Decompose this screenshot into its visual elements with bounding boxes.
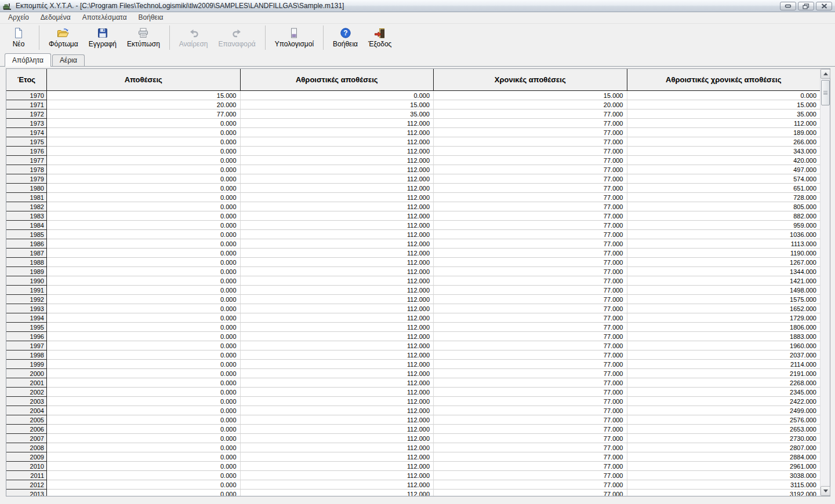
row-value-cell[interactable]: 2422.000 xyxy=(627,397,821,406)
row-value-cell[interactable]: 77.000 xyxy=(434,425,627,434)
row-value-cell[interactable]: 112.000 xyxy=(241,360,434,369)
row-value-cell[interactable]: 112.000 xyxy=(241,313,434,323)
row-value-cell[interactable]: 77.000 xyxy=(434,276,627,286)
row-value-cell[interactable]: 77.000 xyxy=(434,313,627,323)
row-value-cell[interactable]: 77.000 xyxy=(434,490,627,496)
row-value-cell[interactable]: 77.000 xyxy=(434,258,627,267)
row-value-cell[interactable]: 266.000 xyxy=(627,137,821,147)
row-value-cell[interactable]: 0.000 xyxy=(47,267,241,276)
row-value-cell[interactable]: 728.000 xyxy=(627,193,821,202)
row-value-cell[interactable]: 112.000 xyxy=(241,295,434,304)
row-value-cell[interactable]: 0.000 xyxy=(47,211,241,221)
row-value-cell[interactable]: 35.000 xyxy=(241,109,434,119)
row-value-cell[interactable]: 77.000 xyxy=(434,286,627,295)
row-value-cell[interactable]: 77.000 xyxy=(434,452,627,462)
row-value-cell[interactable]: 77.000 xyxy=(434,323,627,332)
row-value-cell[interactable]: 112.000 xyxy=(241,406,434,415)
row-value-cell[interactable]: 112.000 xyxy=(241,378,434,388)
row-value-cell[interactable]: 1575.000 xyxy=(627,295,821,304)
row-value-cell[interactable]: 2191.000 xyxy=(627,369,821,378)
row-value-cell[interactable]: 0.000 xyxy=(627,91,821,100)
row-value-cell[interactable]: 20.000 xyxy=(434,100,627,109)
save-button[interactable]: Εγγραφή xyxy=(84,25,122,51)
row-value-cell[interactable]: 0.000 xyxy=(47,221,241,230)
row-value-cell[interactable]: 2114.000 xyxy=(627,360,821,369)
row-value-cell[interactable]: 1883.000 xyxy=(627,332,821,341)
row-value-cell[interactable]: 77.000 xyxy=(47,109,241,119)
row-value-cell[interactable]: 2576.000 xyxy=(627,415,821,425)
row-value-cell[interactable]: 77.000 xyxy=(434,109,627,119)
row-value-cell[interactable]: 2499.000 xyxy=(627,406,821,415)
row-value-cell[interactable]: 112.000 xyxy=(241,415,434,425)
row-value-cell[interactable]: 0.000 xyxy=(47,276,241,286)
row-value-cell[interactable]: 0.000 xyxy=(47,313,241,323)
row-value-cell[interactable]: 0.000 xyxy=(47,462,241,471)
vertical-scrollbar[interactable] xyxy=(820,69,830,496)
row-value-cell[interactable]: 112.000 xyxy=(241,425,434,434)
row-value-cell[interactable]: 77.000 xyxy=(434,211,627,221)
row-value-cell[interactable]: 0.000 xyxy=(47,174,241,184)
row-value-cell[interactable]: 112.000 xyxy=(241,369,434,378)
row-value-cell[interactable]: 0.000 xyxy=(47,295,241,304)
row-value-cell[interactable]: 112.000 xyxy=(241,230,434,239)
row-value-cell[interactable]: 112.000 xyxy=(241,490,434,496)
row-value-cell[interactable]: 2730.000 xyxy=(627,434,821,443)
row-value-cell[interactable]: 77.000 xyxy=(434,267,627,276)
row-value-cell[interactable]: 112.000 xyxy=(241,452,434,462)
row-value-cell[interactable]: 77.000 xyxy=(434,406,627,415)
row-value-cell[interactable]: 112.000 xyxy=(241,276,434,286)
row-value-cell[interactable]: 0.000 xyxy=(47,165,241,174)
row-value-cell[interactable]: 77.000 xyxy=(434,295,627,304)
exit-button[interactable]: Έξοδος xyxy=(363,25,397,51)
row-value-cell[interactable]: 112.000 xyxy=(241,258,434,267)
row-value-cell[interactable]: 882.000 xyxy=(627,211,821,221)
row-value-cell[interactable]: 2884.000 xyxy=(627,452,821,462)
row-value-cell[interactable]: 77.000 xyxy=(434,378,627,388)
row-value-cell[interactable]: 77.000 xyxy=(434,332,627,341)
row-value-cell[interactable]: 1113.000 xyxy=(627,239,821,249)
row-value-cell[interactable]: 0.000 xyxy=(47,304,241,313)
row-value-cell[interactable]: 0.000 xyxy=(47,202,241,211)
close-button[interactable] xyxy=(816,2,832,10)
calculations-button[interactable]: Υπολογισμοί xyxy=(270,25,319,51)
row-value-cell[interactable]: 77.000 xyxy=(434,147,627,156)
row-value-cell[interactable]: 112.000 xyxy=(241,137,434,147)
row-value-cell[interactable]: 77.000 xyxy=(434,165,627,174)
tab-gases[interactable]: Αέρια xyxy=(52,54,85,66)
row-value-cell[interactable]: 1267.000 xyxy=(627,258,821,267)
row-value-cell[interactable]: 77.000 xyxy=(434,415,627,425)
row-value-cell[interactable]: 112.000 xyxy=(241,221,434,230)
row-value-cell[interactable]: 0.000 xyxy=(241,91,434,100)
undo-button[interactable]: Αναίρεση xyxy=(174,25,213,51)
row-value-cell[interactable]: 1729.000 xyxy=(627,313,821,323)
row-value-cell[interactable]: 15.000 xyxy=(627,100,821,109)
row-value-cell[interactable]: 112.000 xyxy=(241,304,434,313)
row-value-cell[interactable]: 420.000 xyxy=(627,156,821,165)
row-value-cell[interactable]: 3038.000 xyxy=(627,471,821,480)
row-value-cell[interactable]: 2345.000 xyxy=(627,388,821,397)
row-value-cell[interactable]: 77.000 xyxy=(434,462,627,471)
new-button[interactable]: Νέο xyxy=(2,25,35,51)
row-value-cell[interactable]: 112.000 xyxy=(627,119,821,128)
row-value-cell[interactable]: 15.000 xyxy=(47,91,241,100)
row-value-cell[interactable]: 2807.000 xyxy=(627,443,821,452)
row-value-cell[interactable]: 77.000 xyxy=(434,480,627,490)
row-value-cell[interactable]: 0.000 xyxy=(47,443,241,452)
row-value-cell[interactable]: 2268.000 xyxy=(627,378,821,388)
row-value-cell[interactable]: 77.000 xyxy=(434,369,627,378)
row-value-cell[interactable]: 1421.000 xyxy=(627,276,821,286)
row-value-cell[interactable]: 574.000 xyxy=(627,174,821,184)
row-value-cell[interactable]: 112.000 xyxy=(241,202,434,211)
minimize-button[interactable] xyxy=(780,2,796,10)
row-value-cell[interactable]: 112.000 xyxy=(241,350,434,360)
row-value-cell[interactable]: 112.000 xyxy=(241,332,434,341)
row-value-cell[interactable]: 0.000 xyxy=(47,388,241,397)
row-value-cell[interactable]: 112.000 xyxy=(241,388,434,397)
row-value-cell[interactable]: 112.000 xyxy=(241,193,434,202)
row-value-cell[interactable]: 1190.000 xyxy=(627,249,821,258)
row-value-cell[interactable]: 959.000 xyxy=(627,221,821,230)
row-value-cell[interactable]: 343.000 xyxy=(627,147,821,156)
row-value-cell[interactable]: 77.000 xyxy=(434,230,627,239)
row-value-cell[interactable]: 112.000 xyxy=(241,267,434,276)
menu-item-help[interactable]: Βοήθεια xyxy=(133,13,169,22)
